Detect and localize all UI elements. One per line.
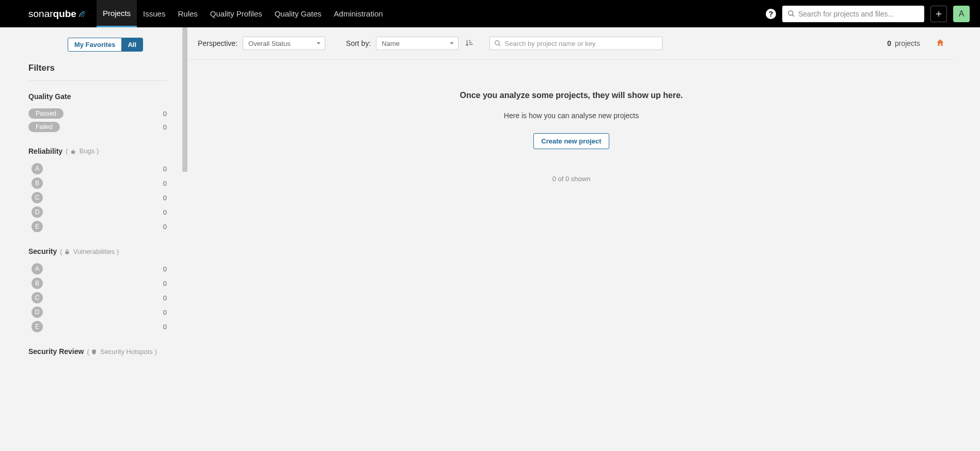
rating-count: 0 bbox=[163, 165, 167, 173]
facet-quality-gate-title: Quality Gate bbox=[28, 92, 167, 101]
svg-point-0 bbox=[788, 11, 793, 15]
facet-security-sub: ( Vulnerabilities ) bbox=[60, 248, 119, 255]
projects-toolbar: Perspective: Overall Status Sort by: Nam… bbox=[187, 27, 955, 60]
pill-passed: Passed bbox=[28, 108, 64, 119]
facet-security-review-sub: ( Security Hotspots ) bbox=[87, 348, 156, 356]
svg-point-15 bbox=[495, 41, 499, 45]
rating-badge: C bbox=[31, 192, 43, 203]
create-new-project-button[interactable]: Create new project bbox=[533, 133, 609, 149]
svg-line-1 bbox=[792, 14, 794, 17]
reliability-c[interactable]: C0 bbox=[28, 190, 167, 205]
facet-security-title: Security ( Vulnerabilities ) bbox=[28, 247, 167, 255]
nav-issues[interactable]: Issues bbox=[137, 0, 171, 27]
rating-badge: D bbox=[31, 206, 43, 218]
svg-point-4 bbox=[71, 150, 75, 154]
lock-icon bbox=[64, 249, 70, 255]
reliability-e[interactable]: E0 bbox=[28, 219, 167, 234]
global-header: sonarqube Projects Issues Rules Quality … bbox=[0, 0, 980, 27]
logo-wave-icon bbox=[78, 9, 87, 19]
set-home-button[interactable] bbox=[936, 38, 945, 49]
rating-count: 0 bbox=[163, 223, 167, 231]
logo-text-2: qube bbox=[53, 8, 76, 20]
primary-nav: Projects Issues Rules Quality Profiles Q… bbox=[97, 0, 389, 27]
nav-administration[interactable]: Administration bbox=[328, 0, 389, 27]
reliability-a[interactable]: A0 bbox=[28, 162, 167, 176]
empty-heading: Once you analyze some projects, they wil… bbox=[198, 91, 945, 100]
project-search[interactable] bbox=[489, 37, 662, 50]
svg-line-16 bbox=[499, 44, 501, 46]
facet-security-label: Security bbox=[28, 247, 57, 255]
sort-select[interactable]: Name bbox=[376, 37, 459, 50]
facet-security-review-title: Security Review ( Security Hotspots ) bbox=[28, 347, 167, 356]
perspective-value: Overall Status bbox=[248, 40, 291, 47]
projects-count-number: 0 bbox=[887, 39, 891, 47]
rating-count: 0 bbox=[163, 294, 167, 302]
nav-quality-gates[interactable]: Quality Gates bbox=[268, 0, 328, 27]
content: My Favorites All Filters Quality Gate Pa… bbox=[0, 27, 980, 451]
sort-asc-icon bbox=[465, 38, 474, 47]
rating-badge: C bbox=[31, 292, 43, 303]
nav-rules[interactable]: Rules bbox=[171, 0, 203, 27]
global-search-input[interactable] bbox=[798, 10, 919, 18]
security-a[interactable]: A0 bbox=[28, 262, 167, 276]
rating-count: 0 bbox=[163, 194, 167, 202]
facet-security-review: Security Review ( Security Hotspots ) bbox=[28, 347, 167, 356]
search-icon bbox=[494, 40, 501, 47]
bug-icon bbox=[70, 149, 76, 155]
nav-quality-profiles[interactable]: Quality Profiles bbox=[204, 0, 268, 27]
security-c[interactable]: C0 bbox=[28, 291, 167, 305]
rating-count: 0 bbox=[163, 180, 167, 187]
facet-quality-gate: Quality Gate Passed 0 Failed 0 bbox=[28, 92, 167, 134]
shield-icon bbox=[91, 349, 97, 355]
facet-qg-passed[interactable]: Passed 0 bbox=[28, 107, 167, 120]
count-failed: 0 bbox=[163, 123, 167, 131]
help-icon[interactable]: ? bbox=[766, 9, 776, 19]
projects-count: 0 projects bbox=[887, 39, 920, 47]
rating-badge: A bbox=[31, 263, 43, 275]
empty-subtext: Here is how you can analyse new projects bbox=[198, 111, 945, 120]
logo-text-1: sonar bbox=[28, 8, 53, 20]
toggle-my-favorites[interactable]: My Favorites bbox=[68, 38, 121, 51]
empty-state: Once you analyze some projects, they wil… bbox=[187, 60, 955, 193]
svg-rect-10 bbox=[66, 251, 69, 254]
rating-count: 0 bbox=[163, 208, 167, 216]
security-d[interactable]: D0 bbox=[28, 305, 167, 319]
main: Perspective: Overall Status Sort by: Nam… bbox=[187, 27, 955, 451]
project-search-input[interactable] bbox=[504, 40, 658, 47]
facet-reliability-label: Reliability bbox=[28, 147, 62, 155]
perspective-select[interactable]: Overall Status bbox=[243, 37, 325, 50]
nav-projects[interactable]: Projects bbox=[97, 0, 137, 27]
global-search[interactable] bbox=[782, 6, 924, 22]
pill-failed: Failed bbox=[28, 122, 60, 132]
security-e[interactable]: E0 bbox=[28, 319, 167, 334]
facet-reliability: Reliability ( Bugs ) A0 B0 C0 D0 E0 bbox=[28, 147, 167, 234]
facet-security-review-label: Security Review bbox=[28, 347, 84, 356]
user-avatar[interactable]: A bbox=[953, 6, 970, 22]
create-button[interactable] bbox=[930, 6, 947, 22]
sort-direction-button[interactable] bbox=[465, 38, 474, 49]
rating-count: 0 bbox=[163, 323, 167, 331]
rating-badge: D bbox=[31, 307, 43, 318]
security-b[interactable]: B0 bbox=[28, 276, 167, 291]
facet-qg-failed[interactable]: Failed 0 bbox=[28, 120, 167, 134]
rating-badge: B bbox=[31, 278, 43, 289]
plus-icon bbox=[935, 10, 943, 18]
sonarqube-logo[interactable]: sonarqube bbox=[28, 8, 87, 20]
rating-badge: A bbox=[31, 163, 43, 174]
home-icon bbox=[936, 38, 945, 47]
perspective-label: Perspective: bbox=[198, 39, 238, 47]
reliability-b[interactable]: B0 bbox=[28, 176, 167, 190]
rating-badge: B bbox=[31, 178, 43, 189]
sort-label: Sort by: bbox=[346, 39, 371, 47]
rating-count: 0 bbox=[163, 280, 167, 287]
shown-count: 0 of 0 shown bbox=[198, 175, 945, 183]
filters-heading: Filters bbox=[28, 63, 167, 81]
facet-reliability-title: Reliability ( Bugs ) bbox=[28, 147, 167, 155]
rating-count: 0 bbox=[163, 309, 167, 316]
toggle-all[interactable]: All bbox=[121, 38, 143, 51]
header-right: ? A bbox=[766, 6, 970, 22]
reliability-d[interactable]: D0 bbox=[28, 205, 167, 219]
search-icon bbox=[787, 10, 795, 18]
facet-reliability-sub: ( Bugs ) bbox=[66, 147, 99, 155]
sort-value: Name bbox=[382, 40, 400, 47]
